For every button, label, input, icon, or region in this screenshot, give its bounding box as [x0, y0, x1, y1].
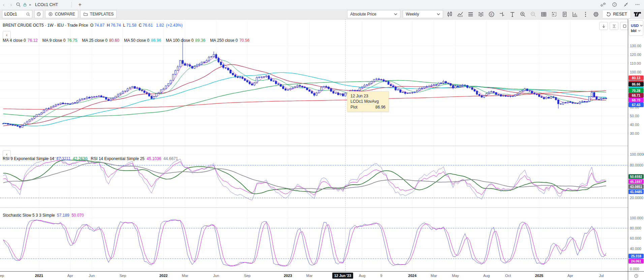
symbol-meta: · 1W · IEU · Trade Price: [45, 23, 88, 28]
trading-chart-app: ‹ › ▸ LCOc1 CHT + ?: [0, 0, 644, 280]
rsi-value-4: 44.6671: [163, 156, 178, 161]
change-value: 1.82: [156, 23, 164, 28]
pane-collapse-button[interactable]: [610, 22, 618, 30]
axis-tick-label: 50.00: [630, 114, 644, 118]
time-axis-label: Mar: [299, 274, 319, 278]
templates-button[interactable]: TEMPLATES: [80, 10, 117, 18]
ma-value: 76.75: [67, 38, 77, 43]
zoom-out-icon[interactable]: [529, 10, 537, 18]
unit-selector[interactable]: USD bbl: [629, 20, 643, 36]
settings-gear-icon[interactable]: [592, 10, 600, 18]
ohlc-close-label: C: [139, 23, 142, 28]
axis-tick-label: 100.00: [630, 70, 644, 74]
back-arrow-icon[interactable]: ‹: [0, 2, 7, 7]
tradingview-logo: [633, 11, 642, 18]
rsi-value-1: 47.3211: [56, 156, 71, 161]
history-clock-button[interactable]: [34, 10, 43, 18]
snapshot-icon[interactable]: [550, 10, 558, 18]
unit-label[interactable]: bbl: [631, 29, 637, 33]
clock-icon: [36, 12, 41, 17]
ma-legend-item[interactable]: MA 4 close 076.12: [3, 38, 38, 43]
price-axis[interactable]: USD bbl 130.00120.00110.00100.0090.0080.…: [628, 19, 644, 271]
chart-style-icon[interactable]: [446, 10, 454, 18]
ma-legend-item[interactable]: MA 250 close 070.56: [210, 38, 249, 43]
interval-select[interactable]: Weekly: [403, 10, 443, 18]
time-axis-label: May: [445, 274, 465, 278]
time-axis-label: Jul: [591, 274, 612, 278]
events-icon[interactable]: E: [487, 10, 495, 18]
kebab-menu-icon[interactable]: [581, 10, 589, 18]
time-axis-label: 2024: [402, 274, 423, 278]
change-percent: (+2.43%): [166, 23, 183, 28]
currency-label[interactable]: USD: [631, 24, 639, 28]
data-table-icon[interactable]: [540, 10, 548, 18]
tab-separator: [71, 2, 72, 8]
link-icon[interactable]: [600, 1, 606, 8]
price-mode-select[interactable]: Absolute Price: [347, 10, 400, 18]
axis-tick-label: 120.00: [630, 53, 644, 57]
timezone-clock-icon: [634, 274, 639, 278]
axis-price-badge: 43.0851: [628, 184, 644, 189]
ma-legend-item[interactable]: MA 100 close 089.36: [166, 38, 205, 43]
ma-label: MA 4 close 0: [3, 38, 26, 43]
ohlc-low: 71.58: [126, 23, 136, 28]
ohlc-high: 76.74: [111, 23, 121, 28]
search-icon[interactable]: [15, 1, 22, 8]
text-tool-icon[interactable]: [508, 10, 516, 18]
time-axis-label: Aug: [352, 274, 372, 278]
axis-tick-label: 30.00: [630, 131, 644, 135]
scale-tool-icon[interactable]: [498, 10, 506, 18]
ma-legend-item[interactable]: MA 25 close 080.60: [82, 38, 119, 43]
pane-move-down-button[interactable]: [599, 22, 608, 30]
time-axis-label: Jun: [206, 274, 226, 278]
indicators-icon[interactable]: [456, 10, 464, 18]
caret-icon[interactable]: ▸: [28, 3, 32, 6]
ma-value: 76.12: [28, 38, 38, 43]
symbol-input[interactable]: [2, 11, 26, 17]
time-axis-label: 9: [371, 274, 391, 278]
more-options-icon[interactable]: [634, 1, 641, 8]
time-axis[interactable]: Sep2021AprJunSep2022MarJunSep2023MarAug9…: [0, 271, 628, 280]
axis-tick-label: 20.0000: [630, 196, 644, 200]
collapse-window-icon[interactable]: [622, 1, 629, 8]
axis-price-badge: 24.061: [628, 259, 644, 263]
compare-label: COMPARE: [55, 12, 75, 17]
symbol-title[interactable]: BRENT CRUDE OCT5: [3, 23, 44, 28]
symbol-search-box[interactable]: [2, 10, 32, 18]
forward-arrow-icon[interactable]: ›: [7, 2, 15, 7]
time-axis-label: Sep: [0, 274, 11, 278]
report-icon[interactable]: [560, 10, 569, 18]
layers-icon[interactable]: [466, 10, 474, 18]
axis-price-badge: 67.43: [628, 102, 644, 107]
rsi-legend-title-2[interactable]: RSI 14 Exponential Simple 25: [91, 156, 144, 161]
reset-button[interactable]: RESET: [602, 10, 631, 19]
tab-bar: ‹ › ▸ LCOc1 CHT + ?: [0, 0, 644, 9]
waves-overlay-icon[interactable]: [477, 10, 485, 18]
add-tab-button[interactable]: +: [76, 2, 83, 8]
axis-price-badge: 86.66: [628, 82, 644, 87]
axis-tick-label: 100.0000: [630, 152, 644, 156]
time-axis-label: Aug: [477, 274, 497, 278]
templates-label: TEMPLATES: [90, 12, 114, 17]
axis-tick-label: 130.00: [630, 44, 644, 48]
tab-title[interactable]: LCOc1 CHT: [35, 2, 58, 7]
rsi-legend: RSI 9 Exponential Simple 14 47.3211 42.2…: [3, 156, 178, 161]
ma-legend-item[interactable]: MA 50 close 086.96: [124, 38, 161, 43]
reset-label: RESET: [613, 12, 627, 17]
ma-legend-item[interactable]: MA 9 close 076.75: [42, 38, 78, 43]
compare-button[interactable]: COMPARE: [45, 10, 78, 18]
ma-value: 70.56: [239, 38, 249, 43]
ma-label: MA 9 close 0: [42, 38, 66, 43]
rsi-legend-title-1[interactable]: RSI 9 Exponential Simple 14: [3, 156, 54, 161]
export-chart-icon[interactable]: [571, 10, 579, 18]
chart-canvas[interactable]: [0, 19, 628, 271]
zoom-in-icon[interactable]: [519, 10, 527, 18]
ohlc-close: 76.61: [143, 23, 153, 28]
axis-tick-label: 80.000: [630, 226, 644, 230]
stoch-legend-title[interactable]: Stochastic Slow 5 3 3 Simple: [3, 213, 55, 218]
axis-price-badge: 45.1697: [628, 179, 644, 184]
time-axis-corner[interactable]: [628, 271, 644, 280]
reset-icon: [606, 12, 611, 17]
symbol-search-icon[interactable]: [26, 12, 30, 17]
help-icon[interactable]: ?: [611, 1, 618, 8]
